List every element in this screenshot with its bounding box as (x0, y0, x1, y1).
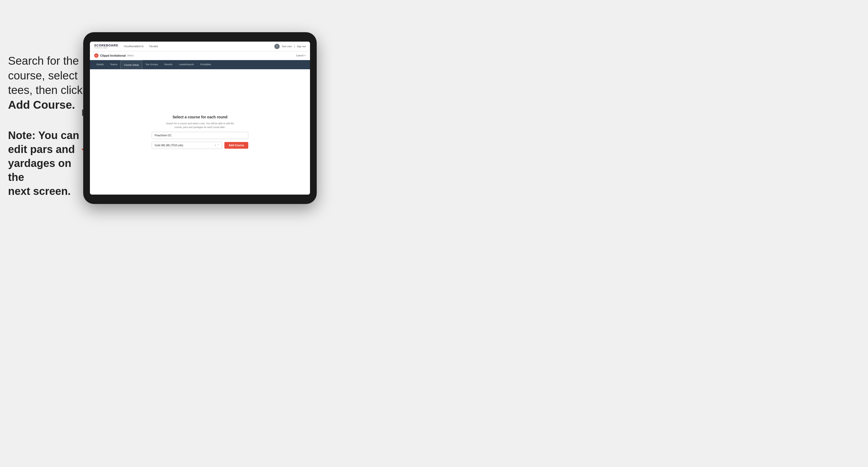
tab-details[interactable]: Details (93, 60, 107, 69)
clear-icon[interactable]: × (214, 144, 216, 147)
user-name: Test User (282, 45, 292, 48)
card-title: Select a course for each round (173, 115, 227, 119)
course-setup-card: Select a course for each round Search fo… (152, 115, 248, 149)
tournament-header: C Clippd Invitational (Men) Cancel × (90, 51, 310, 60)
tournament-title: C Clippd Invitational (Men) (94, 54, 134, 58)
cancel-icon: × (304, 54, 306, 57)
annotation-bold: Add Course. (8, 98, 75, 111)
logo-sub: Powered by clippd (94, 47, 118, 49)
tab-leaderboards[interactable]: Leaderboards (176, 60, 197, 69)
tee-select-controls: × ⌃ (214, 144, 219, 147)
main-content: Select a course for each round Search fo… (90, 69, 310, 195)
nav-tournaments[interactable]: TOURNAMENTS (123, 45, 144, 48)
tab-teams[interactable]: Teams (107, 60, 121, 69)
nav-teams[interactable]: TEAMS (149, 45, 158, 48)
tee-select-row: Gold (M) (M) (7010 yds) × ⌃ Add Course (152, 142, 248, 149)
note-text: Note: You canedit pars andyardages on th… (8, 128, 83, 198)
tee-value: Gold (M) (M) (7010 yds) (155, 144, 183, 147)
logo-text: SCOREBOARD (94, 44, 118, 47)
tournament-name: Clippd Invitational (100, 54, 126, 57)
tab-bar: Details Teams Course Setup Tee Groups Re… (90, 60, 310, 69)
chevron-icon[interactable]: ⌃ (217, 144, 219, 147)
tab-course-setup[interactable]: Course Setup (121, 60, 142, 69)
cancel-label: Cancel (296, 54, 304, 57)
nav-right: T Test User | Sign out (274, 44, 306, 49)
tablet-screen: SCOREBOARD Powered by clippd TOURNAMENTS… (90, 41, 310, 195)
nav-left: SCOREBOARD Powered by clippd TOURNAMENTS… (94, 44, 158, 49)
annotation-text: Search for thecourse, selecttees, then c… (8, 55, 83, 111)
tablet-frame: SCOREBOARD Powered by clippd TOURNAMENTS… (83, 32, 317, 204)
tab-printables[interactable]: Printables (197, 60, 214, 69)
sign-out-link[interactable]: Sign out (297, 45, 306, 48)
course-search-input[interactable] (152, 132, 248, 139)
add-course-button[interactable]: Add Course (224, 142, 248, 149)
tee-select[interactable]: Gold (M) (M) (7010 yds) × ⌃ (152, 142, 222, 149)
cancel-button[interactable]: Cancel × (296, 54, 306, 57)
tournament-subtitle: (Men) (127, 54, 134, 57)
tournament-icon: C (94, 54, 98, 58)
user-avatar: T (274, 44, 280, 49)
top-nav: SCOREBOARD Powered by clippd TOURNAMENTS… (90, 41, 310, 51)
annotation-block: Search for thecourse, selecttees, then c… (8, 54, 83, 198)
tab-results[interactable]: Results (161, 60, 176, 69)
tab-tee-groups[interactable]: Tee Groups (142, 60, 161, 69)
card-description: Search for a course and select a tee. Yo… (166, 122, 234, 129)
logo-area: SCOREBOARD Powered by clippd (94, 44, 118, 49)
